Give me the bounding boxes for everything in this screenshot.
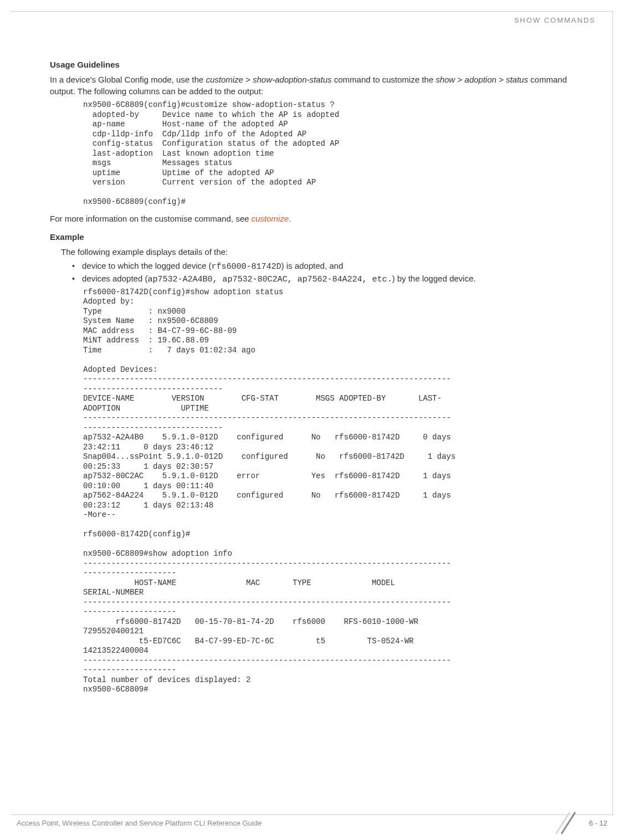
intro-italic-1: customize > show-adoption-status <box>206 75 331 84</box>
usage-guidelines-code: nx9500-6C8809(config)#customize show-ado… <box>83 100 593 207</box>
bullet2-p2: ) by the logged device. <box>392 274 476 283</box>
intro-italic-2: show > adoption > status <box>436 75 528 84</box>
ug-footer-text-2: . <box>289 214 291 223</box>
bullet1-p2: ) is adopted, and <box>282 261 344 270</box>
bullet1-p1: device to which the logged device ( <box>82 261 211 270</box>
bullet-1-text: device to which the logged device (rfs60… <box>82 261 343 272</box>
customize-link[interactable]: customize <box>252 214 289 223</box>
intro-text-1: In a device's Global Config mode, use th… <box>50 75 206 84</box>
page-content: Usage Guidelines In a device's Global Co… <box>11 24 612 711</box>
usage-guidelines-heading: Usage Guidelines <box>50 60 593 69</box>
page-border: SHOW COMMANDS Usage Guidelines In a devi… <box>11 11 613 815</box>
example-code: rfs6000-81742D(config)#show adoption sta… <box>83 288 593 695</box>
footer-guide-title: Access Point, Wireless Controller and Se… <box>17 819 262 827</box>
usage-guidelines-intro: In a device's Global Config mode, use th… <box>50 74 593 97</box>
example-intro: The following example displays details o… <box>61 246 593 258</box>
bullet2-code: ap7532-A2A4B0, ap7532-80C2AC, ap7562-84A… <box>147 275 392 284</box>
intro-text-2: command to customize the <box>332 75 436 84</box>
usage-guidelines-footer: For more information on the customise co… <box>50 213 593 224</box>
bullet-marker: • <box>72 262 82 270</box>
brand-logo-icon <box>548 811 581 836</box>
bullet2-p1: devices adopted ( <box>82 274 147 283</box>
example-bullet-list: • device to which the logged device (rfs… <box>72 261 593 284</box>
list-item: • device to which the logged device (rfs… <box>72 261 593 272</box>
bullet1-code: rfs6000-81742D <box>211 262 281 272</box>
footer-right: 6 - 12 <box>548 811 607 836</box>
header-section-title: SHOW COMMANDS <box>11 12 612 24</box>
bullet-marker: • <box>72 274 82 283</box>
example-heading: Example <box>50 232 593 242</box>
page-number: 6 - 12 <box>589 819 607 827</box>
bullet-2-text: devices adopted (ap7532-A2A4B0, ap7532-8… <box>82 274 475 284</box>
ug-footer-text-1: For more information on the customise co… <box>50 214 252 223</box>
page-footer: Access Point, Wireless Controller and Se… <box>11 811 613 836</box>
list-item: • devices adopted (ap7532-A2A4B0, ap7532… <box>72 274 593 284</box>
